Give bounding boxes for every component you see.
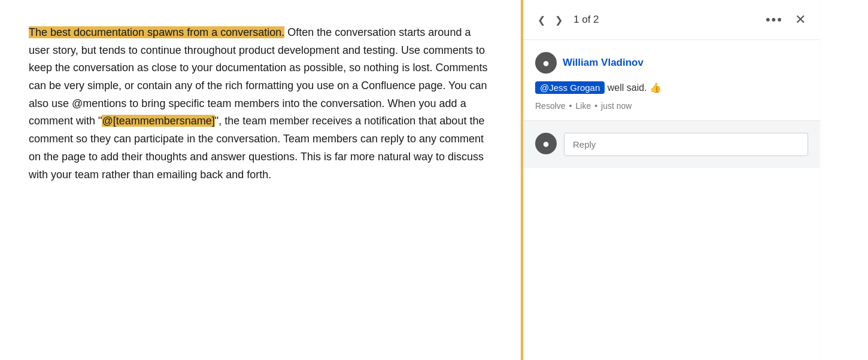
next-button[interactable]: ❯ — [553, 12, 565, 28]
panel-header: ❮ ❯ 1 of 2 ••• ✕ — [523, 0, 820, 40]
prev-button[interactable]: ❮ — [535, 12, 548, 28]
content-area: The best documentation spawns from a con… — [0, 0, 521, 360]
resolve-button[interactable]: Resolve — [535, 101, 566, 111]
comment-author-row: ● William Vladinov — [535, 52, 808, 74]
highlighted-sentence: The best documentation spawns from a con… — [29, 26, 284, 38]
separator-2: • — [594, 101, 597, 111]
comment-panel: ❮ ❯ 1 of 2 ••• ✕ ● William Vladinov @Jes… — [521, 0, 820, 360]
reply-input-wrapper — [564, 133, 808, 156]
comment-author-name: William Vladinov — [563, 57, 644, 69]
reply-user-icon: ● — [542, 137, 550, 151]
separator-1: • — [569, 101, 572, 111]
close-button[interactable]: ✕ — [793, 10, 808, 30]
comment-timestamp: just now — [601, 101, 632, 111]
comment-actions: Resolve • Like • just now — [535, 101, 808, 111]
like-button[interactable]: Like — [576, 101, 591, 111]
reply-avatar: ● — [535, 133, 557, 154]
comment-body: @Jess Grogan well said. 👍 — [535, 81, 808, 95]
inline-mention: @[teammembersname] — [102, 115, 214, 127]
body-text-1: Often the conversation starts around a u… — [29, 26, 487, 127]
comment-thread: ● William Vladinov @Jess Grogan well sai… — [523, 40, 820, 121]
more-options-button[interactable]: ••• — [761, 10, 788, 30]
reply-input[interactable] — [564, 133, 808, 156]
comment-mention[interactable]: @Jess Grogan — [535, 81, 605, 94]
comment-count: 1 of 2 — [573, 14, 599, 26]
avatar: ● — [535, 52, 557, 74]
user-icon: ● — [542, 56, 550, 70]
comment-message: well said. 👍 — [605, 83, 661, 93]
reply-section: ● — [523, 121, 820, 168]
